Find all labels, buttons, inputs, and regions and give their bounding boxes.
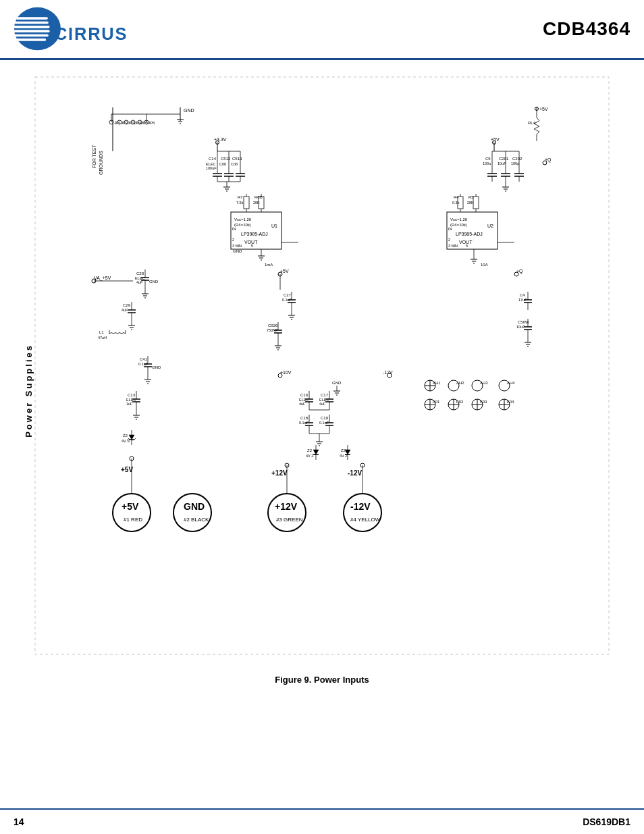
cirrus-logo: CIRRUS (7, 5, 142, 53)
svg-marker-289 (313, 450, 319, 454)
svg-text:4uF: 4uF (136, 280, 143, 284)
svg-text:3 NIN: 3 NIN (232, 244, 242, 248)
svg-text:(R4=10k): (R4=10k) (234, 223, 251, 227)
svg-text:JP6: JP6 (148, 121, 155, 125)
svg-text:GND: GND (152, 365, 161, 369)
doc-title: CDB4364 (543, 18, 630, 40)
svg-text:C27: C27 (284, 293, 292, 297)
svg-text:R7: R7 (238, 195, 243, 199)
svg-text:5: 5 (466, 244, 468, 248)
svg-text:LP3985-ADJ: LP3985-ADJ (241, 232, 268, 236)
svg-text:+Q: +Q (516, 269, 523, 274)
svg-text:GND: GND (332, 381, 342, 385)
svg-text:1uF: 1uF (126, 402, 133, 406)
svg-text:4V Z: 4V Z (306, 454, 314, 458)
svg-text:100uF: 100uF (206, 166, 217, 170)
svg-text:C14: C14 (209, 157, 217, 161)
svg-text:F01: F01 (433, 400, 440, 404)
svg-text:C08: C08 (231, 162, 238, 166)
svg-text:Vcc=1.26: Vcc=1.26 (450, 217, 468, 221)
power-supplies-label: Power Supplies (24, 344, 34, 438)
svg-text:AH1: AH1 (433, 381, 441, 385)
svg-text:1mA: 1mA (265, 263, 273, 267)
svg-text:C13: C13 (128, 393, 136, 397)
svg-text:C4: C4 (520, 293, 525, 297)
svg-text:2: 2 (448, 238, 450, 242)
svg-text:10uF: 10uF (498, 161, 506, 165)
svg-text:F03: F03 (480, 400, 487, 404)
main-content: Power Supplies FOR TEST GROUNDS JP1 JP2 … (0, 60, 644, 712)
svg-text:AH3: AH3 (480, 381, 488, 385)
svg-text:FOR TEST: FOR TEST (92, 145, 97, 168)
svg-text:U1: U1 (271, 224, 277, 228)
svg-text:GROUNDS: GROUNDS (99, 151, 103, 175)
svg-text:C08: C08 (219, 162, 226, 166)
svg-text:5: 5 (251, 244, 253, 248)
svg-point-333 (344, 494, 381, 531)
schematic-diagram: FOR TEST GROUNDS JP1 JP2 JP3 JP4 JP5 JP6 (32, 74, 612, 661)
svg-text:VA_+5V: VA_+5V (94, 276, 111, 281)
svg-text:U2: U2 (487, 224, 493, 228)
svg-text:100u: 100u (483, 161, 491, 165)
svg-text:IN: IN (232, 227, 236, 231)
svg-text:L1: L1 (99, 330, 104, 334)
svg-text:#1 RED: #1 RED (124, 517, 142, 523)
svg-text:+12V: +12V (271, 469, 288, 477)
svg-text:RL4: RL4 (528, 121, 536, 125)
svg-text:3 NIN: 3 NIN (448, 244, 458, 248)
svg-point-0 (14, 7, 61, 51)
svg-point-330 (268, 494, 306, 531)
svg-text:AH4: AH4 (507, 381, 515, 385)
svg-rect-3 (13, 26, 50, 28)
svg-text:C50W: C50W (518, 320, 529, 324)
svg-text:IN: IN (448, 227, 452, 231)
svg-text:4uF: 4uF (122, 308, 128, 312)
svg-text:+5V: +5V (539, 107, 548, 111)
svg-text:CIRRUS: CIRRUS (55, 24, 128, 43)
svg-text:Vcc=1.26: Vcc=1.26 (234, 217, 252, 221)
svg-text:+Q: +Q (545, 157, 552, 163)
svg-rect-62 (244, 197, 249, 209)
svg-text:7.5k: 7.5k (236, 201, 244, 205)
svg-text:C28: C28 (136, 271, 144, 276)
svg-text:-12V: -12V (348, 469, 362, 477)
figure-caption: Figure 9. Power Inputs (20, 675, 624, 685)
svg-text:4V S: 4V S (122, 439, 130, 443)
svg-text:C29: C29 (123, 303, 131, 307)
page-number: 14 (14, 816, 24, 827)
svg-text:-12V: -12V (350, 501, 371, 512)
svg-line-246 (134, 438, 136, 440)
svg-rect-125 (473, 197, 479, 209)
svg-text:GND: GND (149, 280, 159, 284)
schematic-wrapper: Power Supplies FOR TEST GROUNDS JP1 JP2 … (20, 74, 624, 661)
svg-text:100p: 100p (511, 161, 519, 165)
svg-rect-1 (16, 17, 48, 20)
svg-text:AH2: AH2 (456, 381, 464, 385)
svg-text:Z2: Z2 (307, 448, 313, 452)
svg-rect-5 (14, 34, 49, 37)
svg-text:C026: C026 (268, 323, 278, 328)
svg-point-327 (173, 494, 211, 531)
page-header: CIRRUS CDB4364 (0, 0, 644, 60)
svg-text:#4 YELLOW: #4 YELLOW (350, 517, 381, 523)
svg-text:+5V: +5V (121, 466, 133, 473)
svg-text:GND: GND (233, 249, 242, 253)
page-footer: 14 DS619DB1 (0, 808, 644, 834)
svg-text:+5V: +5V (122, 501, 139, 512)
svg-text:F04: F04 (507, 400, 514, 404)
svg-point-324 (113, 494, 151, 531)
svg-text:C201: C201 (499, 157, 509, 161)
svg-text:C16: C16 (300, 393, 308, 397)
svg-rect-4 (13, 30, 50, 32)
svg-rect-6 (17, 38, 47, 41)
svg-text:GND: GND (184, 108, 194, 113)
svg-rect-2 (14, 22, 49, 24)
svg-text:47uH: 47uH (98, 336, 107, 340)
svg-text:C512: C512 (221, 157, 231, 161)
svg-text:R4: R4 (454, 195, 459, 199)
svg-text:C19: C19 (321, 416, 329, 420)
svg-text:#2 BLACK: #2 BLACK (184, 517, 209, 523)
svg-text:C202: C202 (512, 157, 522, 161)
svg-text:28K: 28K (253, 201, 260, 205)
svg-text:C41: C41 (140, 357, 148, 361)
